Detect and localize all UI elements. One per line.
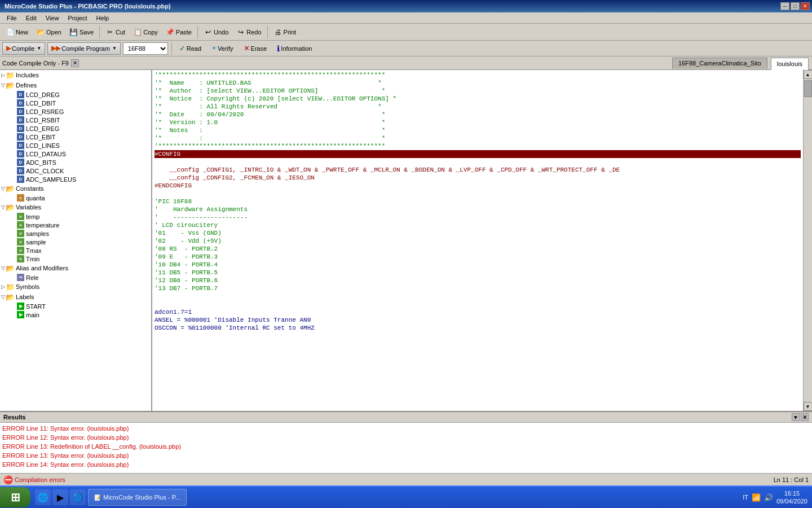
tree-adc-bits[interactable]: D ADC_BITS bbox=[0, 158, 151, 167]
compile-program-dropdown-arrow: ▼ bbox=[112, 46, 117, 51]
separator-1 bbox=[99, 26, 100, 38]
menu-project[interactable]: Project bbox=[63, 14, 91, 23]
redo-button[interactable]: ↪ Redo bbox=[233, 25, 264, 39]
chip-select[interactable]: 16F88 bbox=[123, 42, 168, 55]
compile-program-button[interactable]: ▶▶ Compile Program ▼ bbox=[47, 42, 121, 55]
tree-main[interactable]: ▶ main bbox=[0, 310, 151, 319]
tree-samples[interactable]: v samples bbox=[0, 229, 151, 238]
maximize-button[interactable]: □ bbox=[791, 2, 800, 10]
tree-symbols[interactable]: ▷ 📁 Symbols bbox=[0, 282, 151, 292]
open-button[interactable]: 📂 Open bbox=[33, 25, 65, 39]
code-editor[interactable]: '***************************************… bbox=[152, 70, 812, 411]
tree-alias[interactable]: ▽ 📂 Alias and Modifiers bbox=[0, 263, 151, 273]
error-line: ERROR Line 14: Syntax error. (louislouis… bbox=[2, 460, 810, 469]
alias-icon-rele: ⇒ bbox=[17, 274, 24, 281]
results-header: Results ▼ ✕ bbox=[0, 412, 812, 423]
d-icon-lcd-rsbit: D bbox=[17, 116, 24, 124]
compile-icon: ▶ bbox=[6, 45, 11, 52]
includes-expand: ▷ bbox=[1, 72, 5, 78]
tree-lcd-ereg[interactable]: D LCD_EREG bbox=[0, 124, 151, 133]
cursor-position: Ln 11 : Col 1 bbox=[774, 476, 809, 483]
tree-labels[interactable]: ▽ 📂 Labels bbox=[0, 292, 151, 302]
tree-variables[interactable]: ▽ 📂 Variables bbox=[0, 202, 151, 212]
information-button[interactable]: ℹ Information bbox=[273, 42, 316, 55]
read-button[interactable]: ✓ Read bbox=[175, 42, 205, 55]
tree-lcd-rsbit[interactable]: D LCD_RSBIT bbox=[0, 116, 151, 124]
minimize-button[interactable]: ─ bbox=[780, 2, 789, 10]
tree-temp[interactable]: v temp bbox=[0, 212, 151, 221]
scroll-up[interactable]: ▲ bbox=[804, 70, 813, 79]
tab-louislouis[interactable]: louislouis bbox=[771, 58, 809, 70]
separator-4 bbox=[171, 42, 172, 55]
tree-temperature[interactable]: v temperature bbox=[0, 221, 151, 229]
erase-icon: ✕ bbox=[244, 44, 250, 52]
media-icon[interactable]: ▶ bbox=[52, 489, 68, 505]
variables-expand: ▽ bbox=[1, 204, 5, 210]
compile-panel-close[interactable]: ✕ bbox=[71, 59, 79, 67]
taskbar-active-window[interactable]: 📝 MicroCode Studio Plus - P... bbox=[88, 489, 187, 506]
tree-adc-sampleus[interactable]: D ADC_SAMPLEUS bbox=[0, 175, 151, 183]
taskbar: ⊞ 🌐 ▶ 🔵 📝 MicroCode Studio Plus - P... I… bbox=[0, 485, 812, 508]
tree-lcd-dataus[interactable]: D LCD_DATAUS bbox=[0, 150, 151, 158]
redo-icon: ↪ bbox=[236, 28, 245, 37]
results-dropdown[interactable]: ▼ bbox=[792, 413, 800, 421]
compile-button[interactable]: ▶ Compile ▼ bbox=[2, 42, 45, 55]
open-icon: 📂 bbox=[36, 28, 45, 37]
undo-icon: ↩ bbox=[204, 28, 213, 37]
verify-icon: ✦ bbox=[211, 45, 217, 52]
tree-lcd-lines[interactable]: D LCD_LINES bbox=[0, 141, 151, 150]
volume-icon: 🔊 bbox=[764, 493, 773, 502]
close-button[interactable]: ✕ bbox=[801, 2, 810, 10]
tree-start[interactable]: ▶ START bbox=[0, 302, 151, 310]
save-button[interactable]: 💾 Save bbox=[66, 25, 97, 39]
alias-folder-icon: 📂 bbox=[6, 264, 15, 273]
tree-constants[interactable]: ▽ 📂 Constants bbox=[0, 183, 151, 194]
tree-tmin[interactable]: v Tmin bbox=[0, 255, 151, 263]
paste-button[interactable]: 📌 Paste bbox=[162, 25, 195, 39]
scroll-down[interactable]: ▼ bbox=[804, 402, 813, 411]
copy-button[interactable]: 📋 Copy bbox=[130, 25, 161, 39]
title-bar: MicroCode Studio Plus - PICBASIC PRO (lo… bbox=[0, 0, 812, 12]
scroll-thumb[interactable] bbox=[804, 80, 812, 97]
tree-lcd-dreg[interactable]: D LCD_DREG bbox=[0, 90, 151, 99]
d-icon-lcd-ebit: D bbox=[17, 133, 24, 141]
code-content[interactable]: '***************************************… bbox=[152, 70, 803, 411]
menu-help[interactable]: Help bbox=[92, 14, 114, 23]
menu-view[interactable]: View bbox=[41, 14, 64, 23]
new-button[interactable]: 📄 New bbox=[2, 25, 32, 39]
print-button[interactable]: 🖨 Print bbox=[270, 25, 300, 39]
v-icon-temp: v bbox=[17, 213, 24, 220]
defines-expand: ▽ bbox=[1, 82, 5, 88]
tree-sample[interactable]: v sample bbox=[0, 238, 151, 246]
tab-16f88[interactable]: 16F88_CameraClimatica_Sito bbox=[672, 58, 767, 69]
tree-lcd-ebit[interactable]: D LCD_EBIT bbox=[0, 133, 151, 141]
v-icon-temperature: v bbox=[17, 221, 24, 229]
tree-lcd-dbit[interactable]: D LCD_DBIT bbox=[0, 99, 151, 107]
verify-button[interactable]: ✦ Verify bbox=[208, 42, 237, 55]
new-icon: 📄 bbox=[6, 28, 15, 37]
tree-lcd-rsreg[interactable]: D LCD_RSREG bbox=[0, 107, 151, 116]
tree-quanta[interactable]: c quanta bbox=[0, 194, 151, 202]
menu-file[interactable]: File bbox=[2, 14, 21, 23]
undo-button[interactable]: ↩ Undo bbox=[200, 25, 232, 39]
ie-icon[interactable]: 🌐 bbox=[35, 489, 51, 505]
tree-rele[interactable]: ⇒ Rele bbox=[0, 273, 151, 282]
results-close[interactable]: ✕ bbox=[801, 413, 809, 421]
cut-button[interactable]: ✂ Cut bbox=[102, 25, 129, 39]
includes-folder-icon: 📁 bbox=[6, 71, 15, 80]
chrome-icon[interactable]: 🔵 bbox=[70, 489, 86, 505]
erase-button[interactable]: ✕ Erase bbox=[240, 42, 271, 55]
tree-tmax[interactable]: v Tmax bbox=[0, 246, 151, 255]
tree-defines[interactable]: ▽ 📂 Defines bbox=[0, 80, 151, 90]
tree-includes[interactable]: ▷ 📁 Includes bbox=[0, 70, 151, 80]
constants-expand: ▽ bbox=[1, 186, 5, 191]
d-icon-adc-bits: D bbox=[17, 159, 24, 166]
scrollbar-vertical[interactable]: ▲ ▼ bbox=[803, 70, 812, 411]
menu-edit[interactable]: Edit bbox=[21, 14, 41, 23]
start-button[interactable]: ⊞ bbox=[0, 487, 30, 507]
language-indicator: IT bbox=[743, 494, 748, 501]
label-icon-main: ▶ bbox=[17, 311, 24, 318]
tree-adc-clock[interactable]: D ADC_CLOCK bbox=[0, 167, 151, 175]
d-icon-adc-sampleus: D bbox=[17, 176, 24, 183]
error-line: ERROR Line 12: Syntax error. (louislouis… bbox=[2, 433, 810, 442]
